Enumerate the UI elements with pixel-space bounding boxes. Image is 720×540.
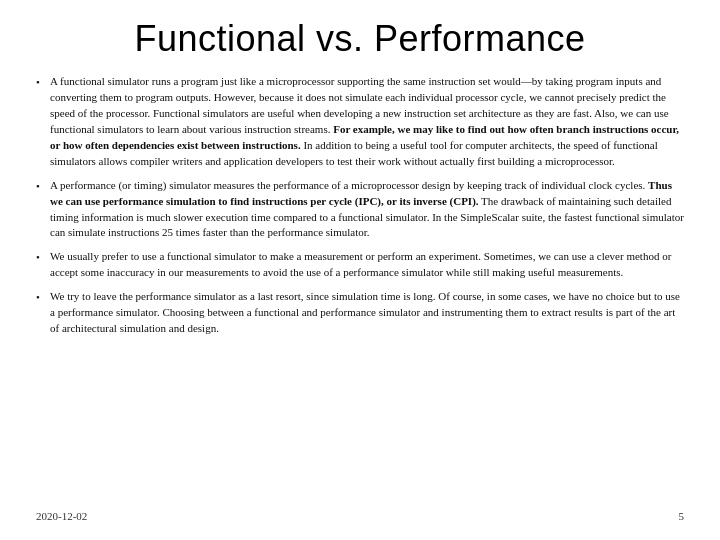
footer-page: 5	[679, 510, 685, 522]
bullet-text: We usually prefer to use a functional si…	[50, 249, 684, 281]
bullet-dot: •	[36, 290, 50, 306]
bullet-item: •A functional simulator runs a program j…	[36, 74, 684, 170]
bullet-dot: •	[36, 250, 50, 266]
bullet-text: We try to leave the performance simulato…	[50, 289, 684, 337]
slide: Functional vs. Performance •A functional…	[0, 0, 720, 540]
footer-date: 2020-12-02	[36, 510, 87, 522]
bullet-text: A performance (or timing) simulator meas…	[50, 178, 684, 242]
bullet-item: •We usually prefer to use a functional s…	[36, 249, 684, 281]
bullet-list: •A functional simulator runs a program j…	[36, 74, 684, 337]
bullet-dot: •	[36, 75, 50, 91]
slide-footer: 2020-12-02 5	[36, 510, 684, 522]
slide-title: Functional vs. Performance	[36, 18, 684, 60]
bullet-dot: •	[36, 179, 50, 195]
bullet-item: •A performance (or timing) simulator mea…	[36, 178, 684, 242]
slide-content: •A functional simulator runs a program j…	[36, 74, 684, 506]
bullet-item: •We try to leave the performance simulat…	[36, 289, 684, 337]
bullet-text: A functional simulator runs a program ju…	[50, 74, 684, 170]
